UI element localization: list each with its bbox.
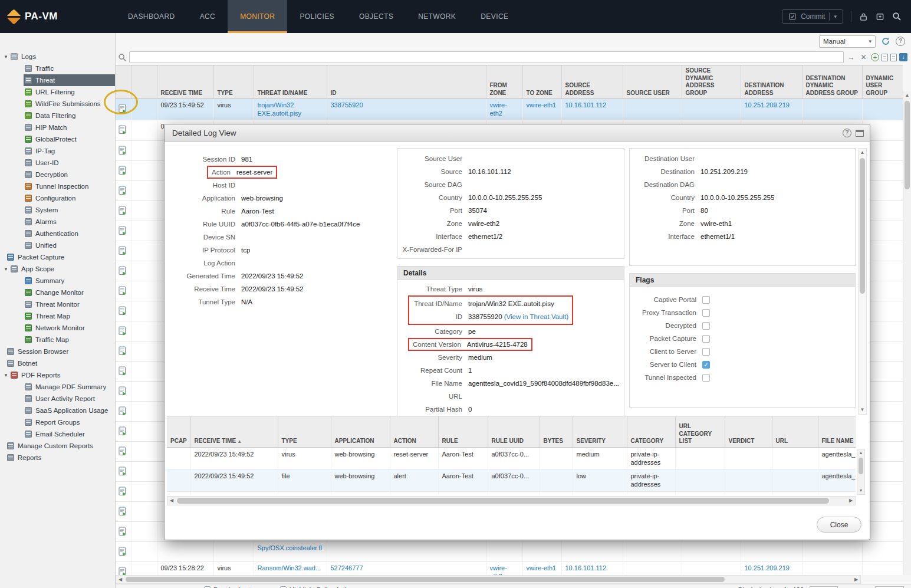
column-header-application[interactable]: APPLICATION [331,416,390,447]
pcap-icon[interactable] [119,350,127,357]
nav-tab-policies[interactable]: POLICIES [287,0,347,33]
column-header-type[interactable]: TYPE [213,65,254,99]
column-header-url-category-list[interactable]: URL CATEGORY LIST [675,416,725,447]
column-header-destination-address[interactable]: DESTINATION ADDRESS [741,65,802,99]
log-filter-input[interactable] [129,51,844,63]
sidebar-item-botnet[interactable]: Botnet [0,357,115,369]
sidebar-item-decryption[interactable]: Decryption [0,169,115,180]
column-header-category[interactable]: CATEGORY [627,416,675,447]
help-icon[interactable]: ? [896,37,905,46]
sidebar-item-alarms[interactable]: Alarms [0,216,115,228]
sidebar-item-email-scheduler[interactable]: Email Scheduler [0,428,115,440]
server-to-client-checkbox[interactable]: ✓ [702,361,710,369]
scroll-thumb[interactable] [859,458,863,474]
sidebar-item-reports[interactable]: Reports [0,452,115,464]
scroll-up-button[interactable]: ▲ [859,149,866,157]
export-csv-icon[interactable]: ↓ [899,53,907,61]
sidebar-item-saas-application-usage[interactable]: SaaS Application Usage [0,405,115,416]
scroll-left-button[interactable]: ◀ [167,497,176,504]
column-header-severity[interactable]: SEVERITY [573,416,627,447]
proxy-transaction-checkbox[interactable] [702,309,710,317]
pcap-icon[interactable] [119,270,127,277]
clear-filter-icon[interactable]: ✕ [859,53,869,61]
tasks-icon[interactable] [876,12,884,21]
pcap-icon[interactable] [119,470,127,477]
log-row[interactable]: Spy/OSX.coinstealer.fl [116,542,903,562]
cell-threat[interactable]: trojan/Win32 EXE.autoit.pisy [254,99,327,120]
scroll-left-button[interactable]: ◀ [116,576,124,583]
scroll-thumb[interactable] [905,101,910,189]
column-header-pcap[interactable]: PCAP [167,416,190,447]
nav-tab-network[interactable]: NETWORK [406,0,468,33]
sidebar-item-change-monitor[interactable]: Change Monitor [0,287,115,298]
related-table-vertical-scrollbar[interactable]: ▲ ▼ [857,449,865,495]
column-header-type[interactable]: TYPE [278,416,331,447]
close-button[interactable]: Close [817,517,861,533]
pcap-icon[interactable] [119,149,127,156]
pcap-icon[interactable] [119,430,127,437]
horizontal-scrollbar[interactable]: ◀ ▶ [116,575,861,584]
cell-from-zone[interactable]: vwire-eth2 [486,99,522,120]
pcap-icon[interactable] [119,410,127,417]
log-row[interactable]: 09/23 15:49:52virustrojan/Win32 EXE.auto… [116,99,903,120]
pcap-icon[interactable] [119,390,127,397]
commit-button[interactable]: Commit ▾ [782,9,843,24]
pcap-icon[interactable] [119,249,127,257]
add-filter-icon[interactable]: + [871,53,879,61]
related-log-row[interactable]: 2022/09/23 15:49:52fileweb-browsingalert… [167,469,856,492]
pcap-icon[interactable] [119,310,127,317]
sidebar-item-wildfire-submissions[interactable]: WildFire Submissions [0,98,115,110]
column-header-file-name[interactable]: FILE NAME [818,416,856,447]
scroll-thumb[interactable] [126,577,725,582]
pcap-icon[interactable] [119,450,127,457]
tree-expand-icon[interactable]: ▾ [2,54,9,60]
sidebar-item-summary[interactable]: Summary [0,275,115,287]
sidebar-item-hip-match[interactable]: HIP Match [0,121,115,133]
sidebar-item-packet-capture[interactable]: Packet Capture [0,251,115,263]
vertical-scrollbar[interactable]: ▲ [903,91,911,575]
scroll-up-button[interactable]: ▲ [857,449,864,456]
column-header-dynamic-user-group[interactable]: DYNAMIC USER GROUP [862,65,903,99]
sidebar-item-logs[interactable]: ▾Logs [0,51,115,63]
modal-help-icon[interactable]: ? [843,129,851,137]
pcap-icon[interactable] [119,550,127,557]
sidebar-item-manage-custom-reports[interactable]: Manage Custom Reports [0,440,115,452]
sidebar-item-network-monitor[interactable]: Network Monitor [0,322,115,334]
scroll-thumb[interactable] [177,498,829,504]
sidebar-item-traffic[interactable]: Traffic [0,63,115,74]
column-header-destination-dynamic-address-group[interactable]: DESTINATION DYNAMIC ADDRESS GROUP [802,65,862,99]
tree-expand-icon[interactable]: ▾ [2,372,9,378]
column-header-source-dynamic-address-group[interactable]: SOURCE DYNAMIC ADDRESS GROUP [682,65,741,99]
cell-to-zone[interactable]: vwire-eth1 [522,99,561,120]
sidebar-item-user-id[interactable]: User-ID [0,157,115,169]
captive-portal-checkbox[interactable] [702,296,710,304]
nav-tab-device[interactable]: DEVICE [468,0,521,33]
related-log-row[interactable]: 2022/09/23 15:49:52fileweb-browsingalert… [167,491,856,495]
column-header-action[interactable]: ACTION [390,416,438,447]
threat-vault-link[interactable]: (View in Threat Vault) [504,313,568,320]
sidebar-item-user-activity-report[interactable]: User Activity Report [0,393,115,405]
column-header-bytes[interactable]: BYTES [540,416,573,447]
sidebar-item-url-filtering[interactable]: URL Filtering [0,86,115,98]
cell-to-zone[interactable]: vwire-eth1 [522,562,561,575]
pcap-icon[interactable] [119,510,127,517]
pcap-icon[interactable] [119,490,127,497]
packet-capture-checkbox[interactable] [702,335,710,343]
cell-destination-address[interactable]: 10.251.209.219 [741,562,802,575]
scroll-down-button[interactable]: ▼ [857,487,864,494]
decrypted-checkbox[interactable] [702,322,710,330]
column-header-rule-uuid[interactable]: RULE UUID [488,416,540,447]
pcap-icon[interactable] [119,189,127,196]
refresh-mode-select[interactable]: Manual ▾ [819,35,876,48]
scroll-right-button[interactable]: ▶ [847,497,855,504]
refresh-icon[interactable] [881,37,890,46]
sidebar-item-tunnel-inspection[interactable]: Tunnel Inspection [0,180,115,192]
cell-threat[interactable]: Ransom/Win32.wad... [254,562,327,575]
sidebar-item-threat-monitor[interactable]: Threat Monitor [0,298,115,310]
column-header-verdict[interactable]: VERDICT [725,416,772,447]
pcap-icon[interactable] [119,530,127,537]
pcap-icon[interactable] [119,229,127,236]
scroll-up-button[interactable]: ▲ [903,91,911,100]
sidebar-item-manage-pdf-summary[interactable]: Manage PDF Summary [0,381,115,393]
pcap-icon[interactable] [119,129,127,136]
